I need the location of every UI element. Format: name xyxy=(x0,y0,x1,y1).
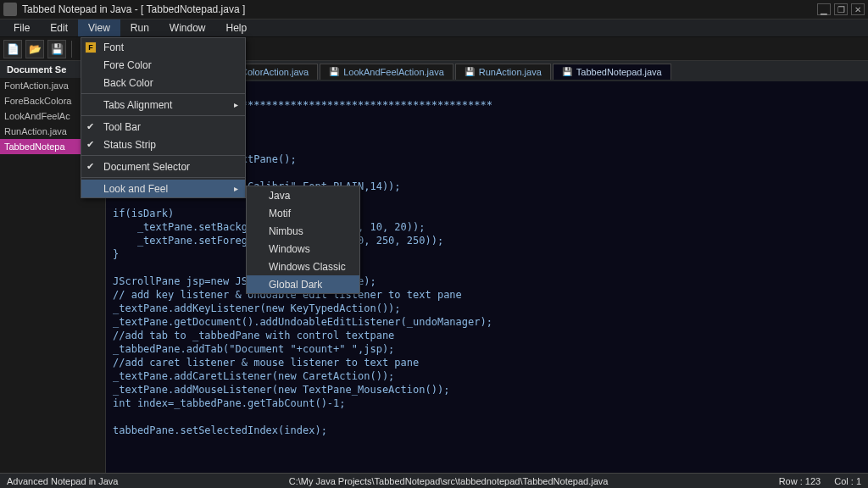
menu-bar: FileEditViewRunWindowHelp xyxy=(0,19,868,37)
editor-tab[interactable]: LookAndFeelAction.java xyxy=(320,64,453,80)
menu-item-label: Windows Classic xyxy=(269,261,346,273)
editor-tab[interactable]: TabbedNotepad.java xyxy=(553,64,671,80)
menu-item-edit[interactable]: Edit xyxy=(40,19,78,36)
tab-label: RunAction.java xyxy=(479,67,542,77)
font-icon: F xyxy=(85,42,97,53)
menu-item-font[interactable]: FFont xyxy=(81,38,245,56)
new-file-button[interactable]: 📄 xyxy=(3,40,22,58)
menu-item-label: Nimbus xyxy=(269,225,303,237)
toolbar-divider xyxy=(71,41,72,58)
menu-separator xyxy=(81,177,245,178)
app-icon xyxy=(3,3,17,16)
menu-item-label: Tabs Alignment xyxy=(103,99,172,111)
menu-item-look-and-feel[interactable]: Look and Feel xyxy=(81,180,245,197)
look-option-global-dark[interactable]: Global Dark xyxy=(247,275,359,293)
look-option-java[interactable]: Java xyxy=(247,186,359,204)
status-bar: Advanced Notepad in Java C:\My Java Proj… xyxy=(0,473,868,488)
check-icon: ✔ xyxy=(86,121,94,132)
menu-item-window[interactable]: Window xyxy=(159,19,216,36)
status-row: Row : 123 xyxy=(779,476,821,486)
menu-item-label: Back Color xyxy=(103,77,153,89)
menu-item-tool-bar[interactable]: ✔Tool Bar xyxy=(81,118,245,136)
menu-item-label: Motif xyxy=(269,208,291,219)
look-option-motif[interactable]: Motif xyxy=(247,204,359,222)
title-bar: Tabbed Notepad in Java - [ TabbedNotepad… xyxy=(0,0,868,19)
menu-item-label: Global Dark xyxy=(269,279,322,291)
status-app-name: Advanced Notepad in Java xyxy=(7,476,118,486)
look-option-windows-classic[interactable]: Windows Classic xyxy=(247,258,359,275)
check-icon: ✔ xyxy=(86,161,94,172)
menu-item-label: Status Strip xyxy=(103,139,156,151)
menu-item-label: Document Selector xyxy=(103,161,190,173)
editor-tab[interactable]: RunAction.java xyxy=(455,64,551,80)
window-title: Tabbed Notepad in Java - [ TabbedNotepad… xyxy=(22,3,245,15)
menu-separator xyxy=(81,93,245,94)
status-file-path: C:\My Java Projects\TabbedNotepad\src\ta… xyxy=(289,476,609,486)
menu-item-document-selector[interactable]: ✔Document Selector xyxy=(81,158,245,175)
menu-item-run[interactable]: Run xyxy=(120,19,159,36)
menu-item-label: Tool Bar xyxy=(103,121,141,133)
menu-separator xyxy=(81,155,245,156)
save-icon xyxy=(329,67,339,77)
look-option-windows[interactable]: Windows xyxy=(247,240,359,258)
menu-item-view[interactable]: View xyxy=(78,19,120,36)
look-option-nimbus[interactable]: Nimbus xyxy=(247,222,359,240)
menu-item-label: Look and Feel xyxy=(103,183,168,195)
check-icon: ✔ xyxy=(86,139,94,150)
tab-label: LookAndFeelAction.java xyxy=(343,67,444,77)
menu-item-tabs-alignment[interactable]: Tabs Alignment xyxy=(81,96,245,114)
tab-label: TabbedNotepad.java xyxy=(576,67,662,77)
menu-item-fore-color[interactable]: Fore Color xyxy=(81,56,245,74)
window-controls: ▁ ❐ ✕ xyxy=(817,3,865,15)
menu-item-status-strip[interactable]: ✔Status Strip xyxy=(81,136,245,153)
save-icon xyxy=(465,67,475,77)
restore-button[interactable]: ❐ xyxy=(834,3,848,15)
view-dropdown: FFontFore ColorBack ColorTabs Alignment✔… xyxy=(81,37,246,198)
look-and-feel-submenu: JavaMotifNimbusWindowsWindows ClassicGlo… xyxy=(246,186,360,294)
menu-separator xyxy=(81,115,245,116)
save-icon xyxy=(562,67,572,77)
minimize-button[interactable]: ▁ xyxy=(817,3,831,15)
menu-item-help[interactable]: Help xyxy=(216,19,258,36)
menu-item-file[interactable]: File xyxy=(3,19,40,36)
menu-item-back-color[interactable]: Back Color xyxy=(81,74,245,92)
close-button[interactable]: ✕ xyxy=(851,3,865,15)
menu-item-label: Fore Color xyxy=(103,59,152,71)
menu-item-label: Windows xyxy=(269,243,310,255)
open-file-button[interactable]: 📂 xyxy=(25,40,44,58)
menu-item-label: Java xyxy=(269,190,290,202)
menu-item-label: Font xyxy=(103,42,124,53)
status-col: Col : 1 xyxy=(834,476,861,486)
save-button[interactable]: 💾 xyxy=(47,40,66,58)
